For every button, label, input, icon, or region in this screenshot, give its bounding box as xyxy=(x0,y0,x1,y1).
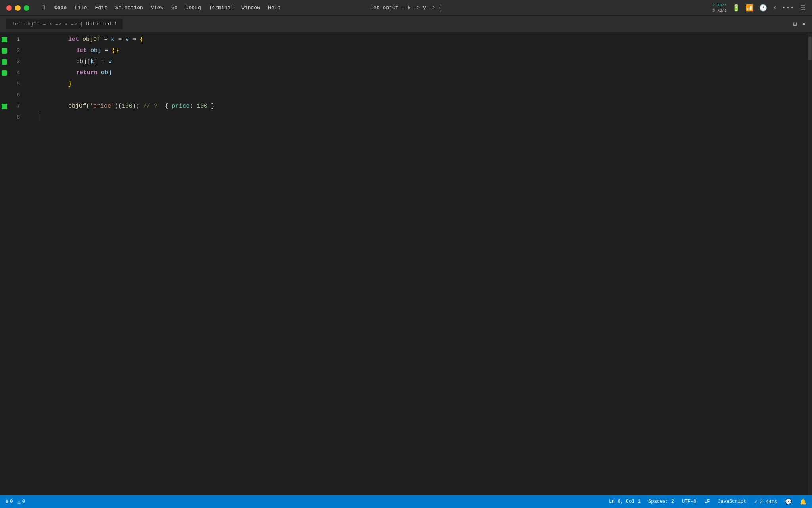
battery-icon: 🔋 xyxy=(732,4,740,12)
code-line-1: 1 let objOf = k ⇒ v ⇒ { xyxy=(0,34,808,45)
mac-menu:  Code File Edit Selection View Go Debug… xyxy=(6,4,280,11)
line-content-8 xyxy=(24,112,40,123)
line-number-3: 3 xyxy=(10,56,20,67)
tab-filename: Untitled-1 xyxy=(86,21,117,27)
scrollbar-thumb[interactable] xyxy=(808,37,812,60)
code-line-3: 3 obj[k] = v xyxy=(0,56,808,67)
warning-count: 0 xyxy=(22,499,25,504)
minimap-scrollbar[interactable] xyxy=(808,33,812,495)
run-dot-2 xyxy=(2,48,7,54)
wifi-icon: 📶 xyxy=(746,4,754,12)
tab-right-icons: ⊞ ● xyxy=(793,20,806,28)
traffic-lights xyxy=(6,5,29,11)
menu-item-debug[interactable]: Debug xyxy=(186,5,201,11)
run-dot-1 xyxy=(2,37,7,42)
line-number-7: 7 xyxy=(10,101,20,112)
maximize-button[interactable] xyxy=(24,5,29,11)
menu-apple[interactable]:  xyxy=(43,4,46,11)
code-line-4: 4 return obj xyxy=(0,67,808,79)
cursor-position[interactable]: Ln 8, Col 1 xyxy=(609,499,640,504)
file-tab[interactable]: let objOf = k => v => { Untitled-1 xyxy=(6,19,123,29)
eol[interactable]: LF xyxy=(704,499,710,504)
gutter-7: 7 xyxy=(0,101,24,112)
line-number-5: 5 xyxy=(10,79,20,90)
error-icon: ⊗ xyxy=(6,499,8,505)
code-line-8: 8 xyxy=(0,112,808,123)
title-right-icons: 2 KB/s 3 KB/s 🔋 📶 🕐 ⚡ ••• ☰ xyxy=(712,3,806,13)
run-dot-4 xyxy=(2,70,7,76)
minimize-button[interactable] xyxy=(15,5,21,11)
gutter-4: 4 xyxy=(0,67,24,79)
net-down: 3 KB/s xyxy=(712,8,727,13)
line-number-6: 6 xyxy=(10,90,20,101)
gutter-8: 8 xyxy=(0,112,24,123)
close-button[interactable] xyxy=(6,5,12,11)
gutter-3: 3 xyxy=(0,56,24,67)
net-stats: 2 KB/s 3 KB/s xyxy=(712,3,727,13)
status-bar: ⊗ 0 △ 0 Ln 8, Col 1 Spaces: 2 UTF-8 LF J… xyxy=(0,495,812,508)
code-area[interactable]: 1 let objOf = k ⇒ v ⇒ { 2 let obj = {} 3 xyxy=(0,33,808,495)
notification-icon[interactable]: 🔔 xyxy=(800,498,806,505)
feedback-icon[interactable]: 💬 xyxy=(785,498,792,505)
status-left: ⊗ 0 △ 0 xyxy=(6,499,25,505)
clock-icon: 🕐 xyxy=(759,4,767,12)
run-dot-6 xyxy=(2,92,7,98)
line-number-2: 2 xyxy=(10,45,20,56)
list-icon[interactable]: ☰ xyxy=(800,4,806,12)
language[interactable]: JavaScript xyxy=(718,499,746,504)
gutter-1: 1 xyxy=(0,34,24,45)
run-dot-5 xyxy=(2,81,7,87)
line-number-4: 4 xyxy=(10,67,20,79)
tab-code-prefix: let objOf = k => v => { xyxy=(12,21,83,27)
run-dot-8 xyxy=(2,115,7,120)
unsaved-dot: ● xyxy=(802,21,806,27)
more-icon[interactable]: ••• xyxy=(782,5,795,11)
code-line-5: 5 } xyxy=(0,79,808,90)
gutter-2: 2 xyxy=(0,45,24,56)
title-bar:  Code File Edit Selection View Go Debug… xyxy=(0,0,812,16)
encoding[interactable]: UTF-8 xyxy=(682,499,696,504)
error-count: 0 xyxy=(10,499,13,504)
menu-item-help[interactable]: Help xyxy=(268,5,280,11)
menu-item-go[interactable]: Go xyxy=(171,5,178,11)
run-dot-7 xyxy=(2,104,7,109)
warning-icon: △ xyxy=(17,499,20,505)
gutter-6: 6 xyxy=(0,90,24,101)
menu-item-terminal[interactable]: Terminal xyxy=(209,5,234,11)
status-right: Ln 8, Col 1 Spaces: 2 UTF-8 LF JavaScrip… xyxy=(609,498,806,505)
window-title: let objOf = k => v => { xyxy=(370,5,441,11)
menu-item-selection[interactable]: Selection xyxy=(115,5,143,11)
editor-container: 1 let objOf = k ⇒ v ⇒ { 2 let obj = {} 3 xyxy=(0,33,812,495)
menu-item-window[interactable]: Window xyxy=(241,5,260,11)
line-number-1: 1 xyxy=(10,34,20,45)
code-line-7: 7 objOf('price')(100); // ? { price: 100… xyxy=(0,101,808,112)
line-number-8: 8 xyxy=(10,112,20,123)
indentation[interactable]: Spaces: 2 xyxy=(648,499,674,504)
tab-bar: let objOf = k => v => { Untitled-1 ⊞ ● xyxy=(0,16,812,33)
menu-item-code[interactable]: Code xyxy=(54,5,67,11)
code-line-2: 2 let obj = {} xyxy=(0,45,808,56)
menu-item-edit[interactable]: Edit xyxy=(95,5,107,11)
status-errors[interactable]: ⊗ 0 △ 0 xyxy=(6,499,25,505)
gutter-5: 5 xyxy=(0,79,24,90)
menu-item-file[interactable]: File xyxy=(75,5,87,11)
split-editor-icon[interactable]: ⊞ xyxy=(793,20,797,28)
menu-item-view[interactable]: View xyxy=(151,5,163,11)
timing: ✔ 2.44ms xyxy=(754,499,777,505)
run-dot-3 xyxy=(2,59,7,65)
extensions-icon: ⚡ xyxy=(773,4,777,12)
net-up: 2 KB/s xyxy=(712,3,727,8)
